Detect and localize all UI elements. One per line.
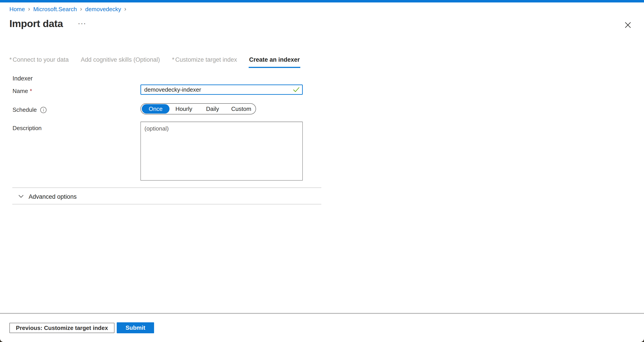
close-icon (624, 26, 632, 30)
tab-label: Customize target index (175, 56, 237, 63)
schedule-option-once[interactable]: Once (142, 104, 170, 114)
tab-connect-to-your-data[interactable]: *Connect to your data (9, 56, 69, 68)
submit-button[interactable]: Submit (117, 322, 154, 333)
name-label-text: Name (12, 88, 28, 94)
description-textarea[interactable] (140, 122, 303, 180)
tab-required-marker: * (172, 56, 174, 63)
advanced-options-label: Advanced options (28, 193, 77, 200)
divider (12, 204, 321, 204)
breadcrumb-link-demovedecky[interactable]: demovedecky (85, 6, 121, 13)
breadcrumb-link-microsoft-search[interactable]: Microsoft.Search (33, 6, 77, 13)
tab-label: Connect to your data (13, 56, 69, 63)
schedule-segmented-control: Once Hourly Daily Custom (140, 103, 256, 114)
breadcrumb-link-home[interactable]: Home (10, 6, 25, 13)
close-button[interactable] (624, 21, 632, 29)
more-commands-button[interactable]: ··· (78, 19, 86, 28)
schedule-option-hourly[interactable]: Hourly (170, 106, 198, 112)
description-field-label: Description (12, 125, 42, 132)
breadcrumb: Home › Microsoft.Search › demovedecky › (10, 6, 126, 13)
chevron-down-icon (18, 193, 24, 200)
tab-add-cognitive-skills[interactable]: Add cognitive skills (Optional) (80, 56, 160, 68)
name-field-label: Name * (12, 88, 32, 94)
import-data-panel: Home › Microsoft.Search › demovedecky › … (0, 0, 644, 342)
tab-create-an-indexer[interactable]: Create an indexer (249, 56, 300, 68)
footer-divider (0, 313, 644, 314)
info-icon[interactable]: i (40, 107, 46, 113)
indexer-section-heading: Indexer (12, 75, 33, 82)
wizard-tabs: *Connect to your data Add cognitive skil… (9, 56, 300, 68)
tab-customize-target-index[interactable]: *Customize target index (172, 56, 238, 68)
tab-required-marker: * (10, 56, 12, 63)
divider (12, 187, 321, 188)
schedule-option-custom[interactable]: Custom (227, 106, 256, 112)
description-label-text: Description (12, 125, 42, 132)
previous-step-button[interactable]: Previous: Customize target index (10, 323, 114, 333)
breadcrumb-separator-icon: › (124, 6, 126, 12)
schedule-field-label: Schedule i (12, 106, 46, 113)
required-asterisk: * (30, 88, 32, 94)
tab-label: Create an indexer (249, 56, 300, 63)
schedule-option-daily[interactable]: Daily (198, 106, 227, 112)
page-title: Import data (10, 18, 63, 30)
breadcrumb-separator-icon: › (80, 6, 82, 12)
advanced-options-toggle[interactable]: Advanced options (18, 193, 77, 200)
schedule-label-text: Schedule (12, 106, 37, 113)
name-field-wrapper (140, 84, 303, 95)
accent-top-bar (0, 0, 644, 2)
tab-label: Add cognitive skills (Optional) (81, 56, 160, 63)
breadcrumb-separator-icon: › (28, 6, 30, 12)
valid-checkmark-icon (293, 87, 300, 93)
indexer-name-input[interactable] (140, 84, 303, 95)
